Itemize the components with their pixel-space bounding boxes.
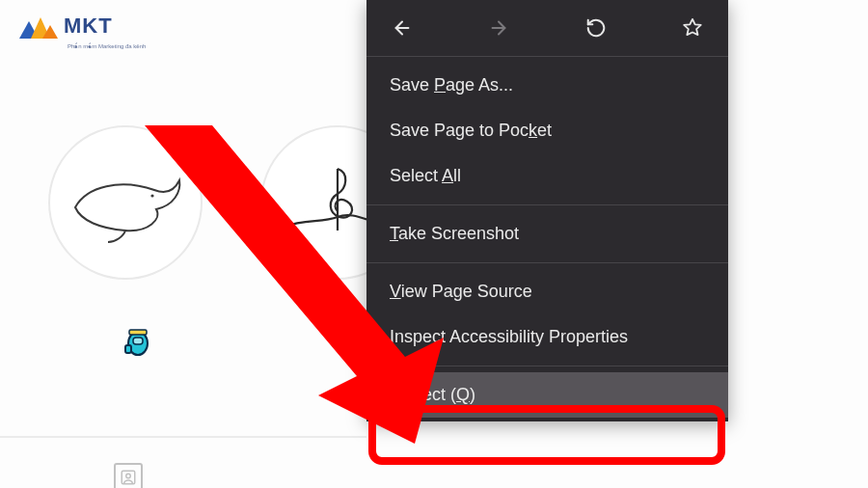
svg-rect-3 — [129, 330, 147, 335]
story-highlight-whale[interactable] — [48, 125, 203, 280]
menu-save-page-as[interactable]: Save Page As... — [366, 63, 728, 108]
menu-view-page-source[interactable]: View Page Source — [366, 269, 728, 314]
svg-rect-4 — [125, 345, 131, 353]
browser-context-menu: Save Page As... Save Page to Pocket Sele… — [366, 0, 728, 421]
bookmark-star-icon[interactable] — [682, 17, 703, 39]
menu-select-all[interactable]: Select All — [366, 153, 728, 199]
context-menu-divider — [366, 366, 728, 366]
menu-inspect-accessibility[interactable]: Inspect Accessibility Properties — [366, 314, 728, 360]
story-highlights-row — [48, 125, 415, 280]
menu-inspect[interactable]: Inspect (Q) — [366, 372, 728, 418]
menu-save-to-pocket[interactable]: Save Page to Pocket — [366, 108, 728, 153]
mkt-logo-text: MKT — [64, 14, 113, 39]
context-menu-divider — [366, 204, 728, 205]
back-icon[interactable] — [392, 17, 413, 39]
context-menu-nav-row — [366, 0, 728, 50]
helper-crew-icon — [123, 328, 152, 357]
menu-take-screenshot[interactable]: Take Screenshot — [366, 211, 728, 257]
mkt-logo-tagline: Phần mềm Marketing đa kênh — [68, 42, 146, 49]
forward-icon[interactable] — [488, 17, 509, 39]
whale-icon — [68, 159, 183, 246]
content-divider — [0, 436, 366, 438]
svg-point-6 — [126, 474, 131, 478]
context-menu-divider — [366, 262, 728, 263]
tagged-tab-icon[interactable] — [114, 463, 143, 488]
mkt-logo: MKT Phần mềm Marketing đa kênh — [19, 14, 113, 39]
mkt-logo-mark — [19, 14, 58, 39]
reload-icon[interactable] — [585, 17, 607, 39]
context-menu-divider — [366, 56, 728, 57]
svg-point-0 — [150, 194, 153, 197]
svg-rect-2 — [133, 338, 143, 344]
